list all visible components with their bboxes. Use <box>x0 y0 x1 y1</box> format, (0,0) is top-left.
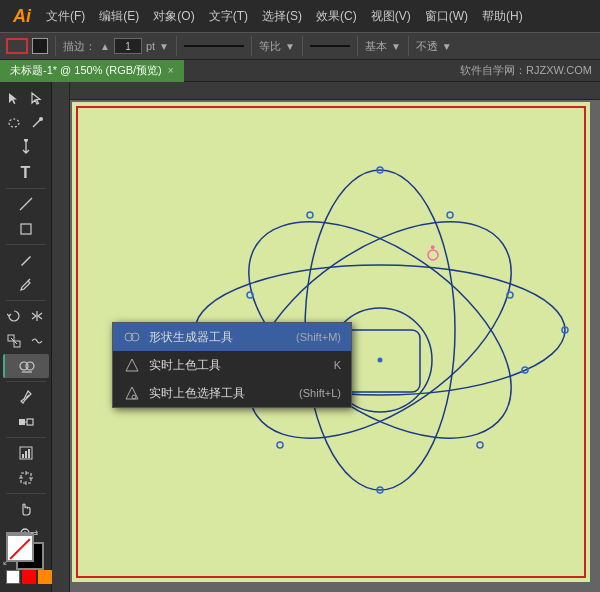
eyedropper-tool[interactable] <box>3 385 49 409</box>
separator-6 <box>408 36 409 56</box>
svg-point-2 <box>39 117 43 121</box>
ruler-top <box>52 82 600 100</box>
menu-effect[interactable]: 效果(C) <box>310 4 363 29</box>
line-tool[interactable] <box>3 192 49 216</box>
brush-tool[interactable] <box>3 248 49 272</box>
stroke-dropdown-icon[interactable]: ▼ <box>159 41 169 52</box>
app-logo: Ai <box>8 2 36 30</box>
ctx-shape-builder-shortcut: (Shift+M) <box>296 331 341 343</box>
sep1 <box>6 188 46 189</box>
stroke-color-icon[interactable] <box>6 38 28 54</box>
line-style-preview-2[interactable] <box>310 45 350 47</box>
svg-point-49 <box>378 358 383 363</box>
ctx-live-paint-select-label: 实时上色选择工具 <box>149 385 291 402</box>
swatch-white[interactable] <box>6 570 20 584</box>
ctx-live-paint-label: 实时上色工具 <box>149 357 326 374</box>
hand-tool[interactable] <box>3 497 49 521</box>
artboard-tool[interactable] <box>3 466 49 490</box>
mirror-tool[interactable] <box>26 304 48 328</box>
menu-help[interactable]: 帮助(H) <box>476 4 529 29</box>
graph-tool[interactable] <box>3 441 49 465</box>
no-color-area <box>6 534 34 562</box>
stroke-unit: pt <box>146 40 155 52</box>
svg-point-42 <box>447 212 453 218</box>
svg-point-53 <box>131 333 139 341</box>
svg-rect-15 <box>19 419 25 425</box>
menu-window[interactable]: 窗口(W) <box>419 4 474 29</box>
svg-point-48 <box>477 442 483 448</box>
svg-point-0 <box>9 119 19 127</box>
options-bar: 描边： ▲ pt ▼ 等比 ▼ 基本 ▼ 不透 ▼ <box>0 32 600 60</box>
svg-point-47 <box>277 442 283 448</box>
canvas-area[interactable]: ● 形状生成器工具 (Shift+M) <box>52 82 600 592</box>
stroke-label: 描边： <box>63 39 96 54</box>
direct-selection-tool[interactable] <box>26 86 48 110</box>
live-paint-icon <box>123 356 141 374</box>
tab-close-button[interactable]: × <box>168 65 174 76</box>
menu-select[interactable]: 选择(S) <box>256 4 308 29</box>
pencil-tool[interactable] <box>3 273 49 297</box>
svg-rect-16 <box>27 419 33 425</box>
svg-rect-21 <box>28 449 30 458</box>
stroke-up-icon: ▲ <box>100 41 110 52</box>
sep4 <box>6 381 46 382</box>
magic-wand-tool[interactable] <box>26 111 48 135</box>
opacity-dropdown[interactable]: ▼ <box>442 41 452 52</box>
menu-file[interactable]: 文件(F) <box>40 4 91 29</box>
svg-rect-5 <box>21 224 31 234</box>
stroke-value-input[interactable] <box>114 38 142 54</box>
rotate-tool[interactable] <box>3 304 25 328</box>
svg-point-41 <box>307 212 313 218</box>
ctx-live-paint-select[interactable]: 实时上色选择工具 (Shift+L) <box>113 379 351 407</box>
lasso-tools-group <box>3 111 48 135</box>
equal-ratio-dropdown[interactable]: ▼ <box>285 41 295 52</box>
svg-text:●: ● <box>430 242 435 252</box>
svg-point-3 <box>24 139 28 142</box>
menu-view[interactable]: 视图(V) <box>365 4 417 29</box>
warp-tool[interactable] <box>26 329 48 353</box>
selection-tools-group <box>3 86 48 110</box>
separator-2 <box>176 36 177 56</box>
separator-3 <box>251 36 252 56</box>
active-tab[interactable]: 未标题-1* @ 150% (RGB/预览) × <box>0 60 184 82</box>
sep2 <box>6 244 46 245</box>
swatch-red[interactable] <box>22 570 36 584</box>
separator-1 <box>55 36 56 56</box>
ctx-shape-builder[interactable]: 形状生成器工具 (Shift+M) <box>113 323 351 351</box>
scale-tools-group <box>3 329 48 353</box>
menu-edit[interactable]: 编辑(E) <box>93 4 145 29</box>
ctx-live-paint-select-shortcut: (Shift+L) <box>299 387 341 399</box>
line-style-preview[interactable] <box>184 45 244 47</box>
tab-bar: 未标题-1* @ 150% (RGB/预览) × 软件自学网：RJZXW.COM <box>0 60 600 82</box>
menu-bar: 文件(F) 编辑(E) 对象(O) 文字(T) 选择(S) 效果(C) 视图(V… <box>40 4 592 29</box>
menu-object[interactable]: 对象(O) <box>147 4 200 29</box>
rect-tool[interactable] <box>3 217 49 241</box>
tab-right-info: 软件自学网：RJZXW.COM <box>460 63 600 78</box>
menu-type[interactable]: 文字(T) <box>203 4 254 29</box>
title-bar: Ai 文件(F) 编辑(E) 对象(O) 文字(T) 选择(S) 效果(C) 视… <box>0 0 600 32</box>
blend-tool[interactable] <box>3 410 49 434</box>
type-tool[interactable]: T <box>3 161 49 185</box>
separator-5 <box>357 36 358 56</box>
scale-tool[interactable] <box>3 329 25 353</box>
svg-point-54 <box>132 395 136 399</box>
svg-rect-19 <box>22 454 24 458</box>
lasso-tool[interactable] <box>3 111 25 135</box>
shape-builder-tool[interactable] <box>3 354 49 378</box>
equal-ratio-label: 等比 <box>259 39 281 54</box>
pen-tool[interactable] <box>3 136 49 160</box>
ruler-left <box>52 82 70 592</box>
rotate-tools-group <box>3 304 48 328</box>
fill-color-icon[interactable] <box>32 38 48 54</box>
shape-builder-icon <box>123 328 141 346</box>
no-stroke-button[interactable] <box>6 534 34 562</box>
swatch-orange[interactable] <box>38 570 52 584</box>
ctx-live-paint[interactable]: 实时上色工具 K <box>113 351 351 379</box>
selection-tool[interactable] <box>3 86 25 110</box>
base-dropdown[interactable]: ▼ <box>391 41 401 52</box>
color-swatches <box>6 570 52 584</box>
opacity-label: 不透 <box>416 39 438 54</box>
tab-title: 未标题-1* @ 150% (RGB/预览) <box>10 63 162 78</box>
sep6 <box>6 493 46 494</box>
svg-line-6 <box>28 279 30 281</box>
